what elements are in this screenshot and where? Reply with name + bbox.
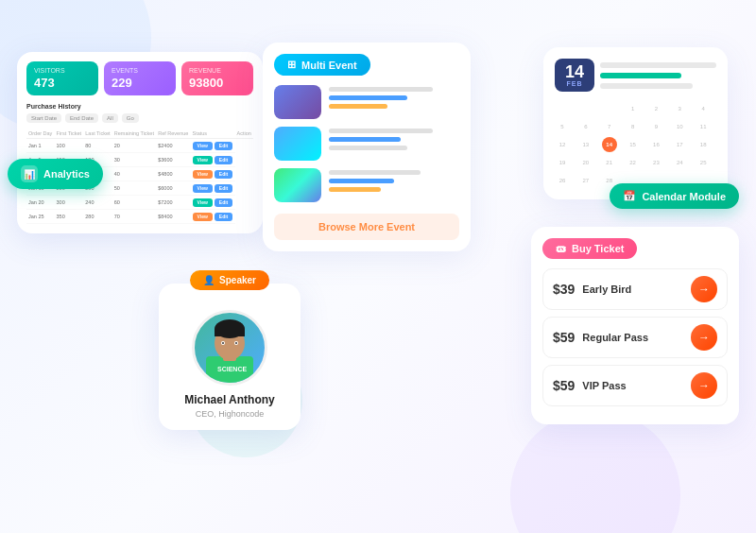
- buy-ticket-badge: 🎟 Buy Ticket: [542, 238, 637, 259]
- svg-point-9: [235, 342, 237, 344]
- table-cell: ViewEdit: [191, 153, 235, 167]
- action-edit-btn[interactable]: Edit: [215, 170, 232, 179]
- browse-more-button[interactable]: Browse More Event: [274, 214, 459, 240]
- calendar-cell[interactable]: 6: [578, 119, 593, 134]
- stat-visitors-value: 473: [34, 76, 91, 90]
- table-section-label: Purchase History: [26, 103, 81, 110]
- event-lines-3: [329, 168, 459, 196]
- table-cell: 70: [112, 210, 156, 224]
- ticket-option-0[interactable]: $39Early Bird→: [542, 268, 728, 310]
- calendar-cell[interactable]: 2: [648, 101, 663, 116]
- ticket-arrow-icon[interactable]: →: [691, 276, 717, 302]
- calendar-cell[interactable]: 19: [555, 155, 570, 170]
- ticket-arrow-icon[interactable]: →: [691, 372, 717, 399]
- table-cell: 60: [112, 196, 156, 210]
- action-view-btn[interactable]: View: [193, 213, 213, 221]
- col-revenue: Ref Revenue: [156, 129, 190, 139]
- ticket-price: $39: [553, 282, 575, 297]
- calendar-cell[interactable]: 17: [672, 137, 687, 152]
- table-cell: ViewEdit: [191, 181, 235, 196]
- buy-ticket-label: Buy Ticket: [572, 243, 624, 254]
- calendar-info-lines: [600, 59, 716, 92]
- action-edit-btn[interactable]: Edit: [215, 213, 232, 221]
- table-cell: $8400: [156, 210, 190, 224]
- event-line-2b: [329, 137, 401, 142]
- calendar-cell[interactable]: 4: [696, 101, 711, 116]
- calendar-cell[interactable]: 1: [626, 101, 641, 116]
- calendar-month: FEB: [558, 80, 591, 87]
- calendar-cell[interactable]: 16: [648, 137, 663, 152]
- table-cell: 350: [55, 210, 84, 224]
- calendar-cell[interactable]: 27: [578, 173, 593, 188]
- event-line-1a: [329, 87, 433, 92]
- ticket-label: Regular Pass: [582, 332, 683, 343]
- speaker-name: Michael Anthony: [168, 393, 291, 406]
- calendar-cell[interactable]: 8: [626, 119, 641, 134]
- table-cell: 80: [83, 139, 112, 153]
- ticket-option-2[interactable]: $59VIP Pass→: [542, 365, 728, 406]
- ticket-arrow-icon[interactable]: →: [691, 324, 717, 351]
- event-line-3b: [329, 179, 394, 183]
- speaker-title: CEO, Highoncode: [168, 409, 291, 419]
- table-cell: Jan 20: [26, 196, 55, 210]
- action-view-btn[interactable]: View: [193, 142, 213, 150]
- calendar-cell[interactable]: 3: [672, 101, 687, 116]
- event-item-1: [274, 85, 459, 119]
- calendar-badge-label: Calendar Module: [642, 191, 726, 202]
- table-cell: $7200: [156, 196, 190, 210]
- buy-ticket-card: 🎟 Buy Ticket $39Early Bird→$59Regular Pa…: [531, 227, 739, 424]
- action-edit-btn[interactable]: Edit: [215, 198, 232, 207]
- filter-go[interactable]: Go: [122, 113, 139, 123]
- col-action: Action: [235, 129, 253, 139]
- event-line-2a: [329, 129, 433, 133]
- event-line-1c: [329, 104, 387, 109]
- action-edit-btn[interactable]: Edit: [215, 156, 232, 164]
- action-edit-btn[interactable]: Edit: [215, 142, 232, 150]
- calendar-cell[interactable]: 23: [648, 155, 663, 170]
- action-view-btn[interactable]: View: [193, 198, 213, 207]
- multi-event-label: Multi Event: [301, 60, 357, 71]
- stat-revenue-value: 93800: [189, 76, 246, 90]
- calendar-cell[interactable]: 25: [696, 155, 711, 170]
- col-status: Status: [191, 129, 235, 139]
- calendar-cell[interactable]: 7: [602, 119, 617, 134]
- table-cell: ViewEdit: [191, 139, 235, 153]
- calendar-active-cell[interactable]: 14: [602, 137, 617, 152]
- calendar-cell: [555, 101, 570, 116]
- table-cell: 240: [83, 196, 112, 210]
- filter-all[interactable]: All: [102, 113, 118, 123]
- calendar-badge-icon: 📅: [623, 190, 636, 202]
- calendar-cell[interactable]: 10: [672, 119, 687, 134]
- action-view-btn[interactable]: View: [193, 170, 213, 179]
- table-cell: $4800: [156, 167, 190, 181]
- analytics-stats: VISITORS 473 EVENTS 229 REVENUE 93800: [26, 61, 253, 95]
- table-cell: 30: [112, 153, 156, 167]
- speaker-badge: 👤 Speaker: [190, 270, 269, 290]
- event-line-3c: [329, 187, 381, 192]
- action-view-btn[interactable]: View: [193, 156, 213, 164]
- calendar-cell[interactable]: 13: [578, 137, 593, 152]
- action-edit-btn[interactable]: Edit: [215, 184, 232, 193]
- calendar-cell[interactable]: 5: [555, 119, 570, 134]
- filter-end-date[interactable]: End Date: [65, 113, 98, 123]
- calendar-cell[interactable]: 11: [696, 119, 711, 134]
- table-header: Purchase History: [26, 103, 253, 110]
- ticket-option-1[interactable]: $59Regular Pass→: [542, 317, 728, 358]
- svg-point-8: [222, 342, 224, 344]
- calendar-cell[interactable]: 20: [578, 155, 593, 170]
- ticket-price: $59: [553, 378, 575, 393]
- table-cell: $2400: [156, 139, 190, 153]
- calendar-cell[interactable]: 24: [672, 155, 687, 170]
- calendar-cell[interactable]: 22: [626, 155, 641, 170]
- calendar-date-box: 14 FEB: [555, 59, 594, 92]
- calendar-cell[interactable]: 15: [626, 137, 641, 152]
- calendar-cell[interactable]: 18: [696, 137, 711, 152]
- ticket-price: $59: [553, 330, 575, 345]
- table-cell: 20: [112, 139, 156, 153]
- calendar-cell[interactable]: 26: [555, 173, 570, 188]
- action-view-btn[interactable]: View: [193, 184, 213, 193]
- filter-start-date[interactable]: Start Date: [26, 113, 61, 123]
- calendar-cell[interactable]: 12: [555, 137, 570, 152]
- calendar-cell[interactable]: 9: [648, 119, 663, 134]
- calendar-cell[interactable]: 21: [602, 155, 617, 170]
